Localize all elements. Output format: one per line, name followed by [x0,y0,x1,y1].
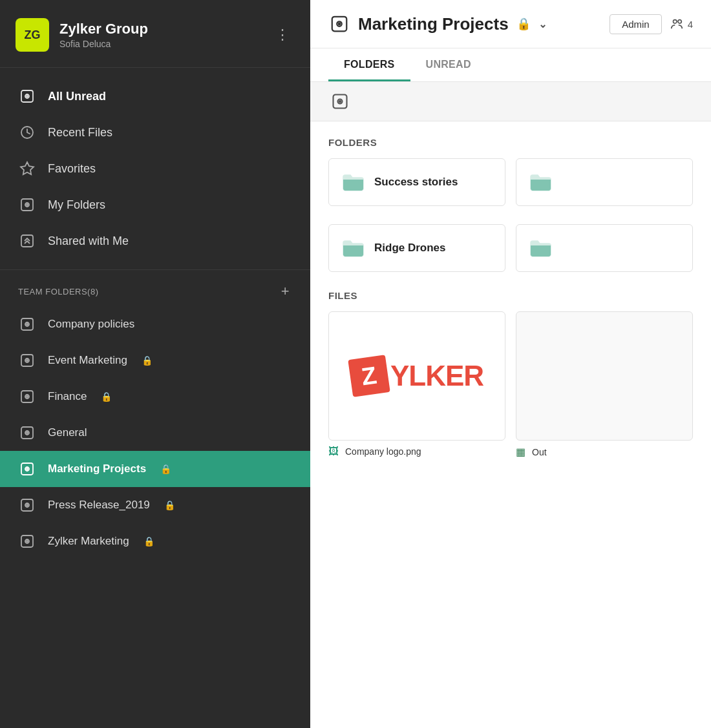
file-label-row: 🖼 Company logo.png [328,441,505,457]
folder-card-icon [342,173,364,191]
team-folders-header: TEAM FOLDERS(8) + [0,270,310,306]
add-team-folder-button[interactable]: + [279,283,292,300]
team-folder-icon [18,532,36,550]
svg-point-7 [27,204,28,205]
file-card-company-logo[interactable]: Z YLKER 🖼 Company logo.png [328,311,505,458]
lock-icon: 🔒 [101,391,112,402]
sidebar-item-shared-with-me[interactable]: Shared with Me [0,223,310,259]
folder-card-4[interactable] [516,224,693,272]
members-icon [670,17,684,31]
sidebar-item-press-release-2019[interactable]: Press Release_2019 🔒 [0,487,310,523]
team-folder-icon-active [18,460,36,478]
shared-icon [18,232,36,250]
folders-grid-row2: Ridge Drones [328,224,693,272]
svg-marker-4 [21,162,34,174]
lock-icon: 🔒 [164,500,175,510]
svg-point-29 [27,541,28,542]
image-file-icon: 🖼 [328,446,339,457]
svg-point-26 [27,504,28,506]
title-lock-icon: 🔒 [516,17,531,31]
folder-icon [18,196,36,214]
team-folder-icon [18,351,36,369]
z-icon: Z [348,355,390,397]
zylker-logo: Z YLKER [350,357,483,395]
main-toolbar [310,82,711,121]
sidebar-item-general[interactable]: General [0,415,310,451]
file-label-row-2: ▦ Out [516,441,693,458]
avatar: ZG [16,18,49,52]
main-content-area: Marketing Projects 🔒 ⌄ Admin 4 FOLDERS U… [310,0,711,728]
file-card-2[interactable]: ▦ Out [516,311,693,458]
header-actions: Admin 4 [610,14,693,34]
folder-card-icon [342,239,364,257]
svg-point-20 [27,432,28,433]
lock-icon: 🔒 [143,536,154,546]
team-folder-icon [18,388,36,406]
org-name: Zylker Group [59,21,260,37]
folder-card-ridge-drones[interactable]: Ridge Drones [328,224,505,272]
toolbar-folder-icon[interactable] [328,90,352,113]
clock-icon [18,123,36,141]
folder-card-icon [529,239,551,257]
svg-point-23 [27,468,28,470]
sidebar-item-recent-files[interactable]: Recent Files [0,114,310,151]
sidebar-item-company-policies[interactable]: Company policies [0,306,310,342]
sidebar-item-marketing-projects[interactable]: Marketing Projects 🔒 [0,451,310,487]
folder-card-2[interactable] [516,158,693,206]
svg-point-14 [27,360,28,361]
sidebar-item-finance[interactable]: Finance 🔒 [0,379,310,415]
svg-point-17 [27,396,28,397]
org-user: Sofia Deluca [59,39,260,49]
tab-unread[interactable]: UNREAD [410,48,487,81]
sidebar-item-event-marketing[interactable]: Event Marketing 🔒 [0,342,310,379]
star-icon [18,160,36,178]
svg-point-32 [339,23,341,25]
sidebar-item-zylker-marketing[interactable]: Zylker Marketing 🔒 [0,523,310,559]
page-title: Marketing Projects 🔒 ⌄ [358,14,547,34]
folder-card-icon [529,173,551,191]
main-header: Marketing Projects 🔒 ⌄ Admin 4 [310,0,711,48]
main-scrollable-content: FOLDERS Success stories [310,121,711,728]
sidebar-item-favorites[interactable]: Favorites [0,151,310,187]
files-grid: Z YLKER 🖼 Company logo.png ▦ Out [328,311,693,458]
file-thumbnail-2 [516,311,693,441]
svg-point-11 [27,324,28,325]
title-chevron-icon[interactable]: ⌄ [538,18,547,30]
tab-folders[interactable]: FOLDERS [328,48,410,81]
members-button[interactable]: 4 [670,17,693,31]
team-folder-icon [18,424,36,442]
sidebar-item-all-unread[interactable]: All Unread [0,78,310,114]
lock-icon: 🔒 [160,464,171,474]
admin-button[interactable]: Admin [610,14,662,34]
file-thumbnail: Z YLKER [328,311,505,441]
org-info: Zylker Group Sofia Deluca [59,21,260,49]
folders-grid: Success stories [328,158,693,206]
kebab-menu-button[interactable]: ⋮ [270,24,295,46]
sidebar: ZG Zylker Group Sofia Deluca ⋮ All Unrea… [0,0,310,728]
svg-point-33 [673,20,677,23]
svg-point-37 [339,101,341,102]
spreadsheet-file-icon: ▦ [516,446,525,458]
team-folder-icon [18,315,36,333]
files-section-label: FILES [328,290,693,301]
team-folder-icon [18,496,36,514]
file-icon [18,87,36,105]
sidebar-nav: All Unread Recent Files Favorites [0,68,310,270]
team-folders-list: Company policies Event Marketing 🔒 [0,306,310,559]
folder-card-success-stories[interactable]: Success stories [328,158,505,206]
sidebar-header: ZG Zylker Group Sofia Deluca ⋮ [0,0,310,68]
folders-section-label: FOLDERS [328,137,693,148]
svg-point-2 [27,96,28,97]
main-folder-icon [328,13,350,35]
lock-icon: 🔒 [142,355,153,366]
sidebar-item-my-folders[interactable]: My Folders [0,187,310,223]
tabs-bar: FOLDERS UNREAD [310,48,711,82]
svg-point-34 [677,20,681,23]
